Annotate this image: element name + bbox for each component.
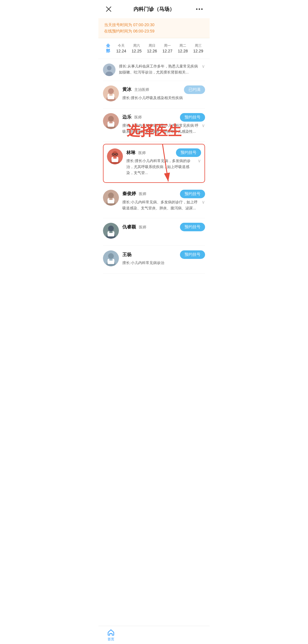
doctor-info-bian-le: 边乐 医师 预约挂号 擅长:儿童内分泌疾病以及小儿内科常见疾病 呼吸系统疾病如支… (122, 113, 205, 135)
tab-mon[interactable]: 周一 12.27 (160, 42, 175, 55)
tab-all[interactable]: 全部 (103, 42, 113, 55)
doctor-title-qin-juting: 医师 (139, 192, 146, 196)
desc-row-wang-yang: 擅长:小儿内科常见病诊治 (122, 260, 205, 266)
doctor-title-bian-le: 医师 (134, 115, 142, 119)
doctor-title-lin-lin: 医师 (138, 151, 146, 155)
tab-sat-label: 周六 (133, 43, 140, 48)
doctor-card-kou-ruiying: 仇睿颖 医师 预约挂号 (103, 218, 205, 246)
date-tabs-container: 全部 今天 12.24 周六 12.25 周日 12.26 周一 12.27 周… (98, 38, 210, 59)
specialty-bian-le: 擅长:儿童内分泌疾病以及小儿内科常见疾病 呼吸系统疾病如支气管炎、肺炎等小儿感染… (122, 123, 200, 135)
specialty-wang-yang: 擅长:小儿内科常见病诊治 (122, 260, 205, 266)
svg-point-11 (108, 88, 114, 94)
prev-doctor-specialty-row: 擅长:从事儿科临床工作多年，熟悉儿童常见疾病如咳嗽、吐泻等诊治，尤其擅长肾脏相关… (119, 64, 205, 75)
doctor-name-wang-yang: 王杨 (122, 252, 131, 257)
svg-point-16 (108, 116, 114, 122)
doctor-title-huang-bing: 主治医师 (134, 87, 149, 92)
tab-tue-date: 12.28 (178, 49, 188, 53)
expand-icon-qin-juting[interactable]: ∨ (202, 199, 205, 205)
svg-point-21 (112, 151, 118, 157)
avatar-lin-lin (107, 148, 123, 164)
svg-point-8 (107, 66, 112, 70)
desc-row-qin-juting: 擅长:小儿内科常见病、多发病的诊疗，如上呼吸道感染、支气管炎、肺炎、腹泻病、泌尿… (122, 199, 205, 211)
doctor-name-lin-lin: 林琳 (126, 150, 135, 155)
doctor-info-wang-yang: 王杨 预约挂号 擅长:小儿内科常见病诊治 (122, 250, 205, 266)
page-title: 内科门诊（马场） (133, 6, 175, 13)
book-button-qin-juting[interactable]: 预约挂号 (180, 190, 205, 198)
expand-icon-lin-lin[interactable]: ∨ (198, 158, 201, 163)
book-button-bian-le[interactable]: 预约挂号 (180, 113, 205, 122)
doctor-card-qin-juting: 秦俊婷 医师 预约挂号 擅长:小儿内科常见病、多发病的诊疗，如上呼吸道感染、支气… (103, 185, 205, 218)
notice-banner: 当天挂号时间为 07:00-20:30 在线预约时间为 06:00-23:59 (98, 18, 210, 38)
svg-rect-24 (113, 157, 117, 159)
tab-tue-label: 周二 (179, 43, 186, 48)
doctor-name-huang-bing: 黄冰 (122, 87, 131, 92)
desc-row-bian-le: 擅长:儿童内分泌疾病以及小儿内科常见疾病 呼吸系统疾病如支气管炎、肺炎等小儿感染… (122, 123, 205, 135)
expand-icon-prev[interactable]: ∨ (202, 64, 205, 69)
doctor-name-bian-le: 边乐 (122, 115, 131, 119)
app-header: 内科门诊（马场） (98, 0, 210, 18)
notice-line-1: 当天挂号时间为 07:00-20:30 (104, 22, 204, 28)
tab-tue[interactable]: 周二 12.28 (175, 42, 190, 55)
svg-point-3 (199, 9, 200, 10)
tab-mon-date: 12.27 (162, 49, 172, 53)
tab-sun-label: 周日 (149, 43, 155, 48)
doctor-card-prev: 擅长:从事儿科临床工作多年，熟悉儿童常见疾病如咳嗽、吐泻等诊治，尤其擅长肾脏相关… (103, 59, 205, 81)
svg-point-39 (108, 253, 114, 259)
svg-point-4 (201, 9, 203, 10)
tab-today[interactable]: 今天 12.24 (114, 42, 129, 55)
avatar-wang-yang (103, 250, 119, 266)
doctor-info-qin-juting: 秦俊婷 医师 预约挂号 擅长:小儿内科常见病、多发病的诊疗，如上呼吸道感染、支气… (122, 190, 205, 211)
prev-doctor-specialty: 擅长:从事儿科临床工作多年，熟悉儿童常见疾病如咳嗽、吐泻等诊治，尤其擅长肾脏相关… (119, 64, 200, 75)
svg-rect-14 (109, 94, 113, 96)
specialty-qin-juting: 擅长:小儿内科常见病、多发病的诊疗，如上呼吸道感染、支气管炎、肺炎、腹泻病、泌尿… (122, 199, 200, 211)
tab-mon-label: 周一 (164, 43, 171, 48)
tab-wed[interactable]: 周三 12.29 (191, 42, 206, 55)
doctor-card-lin-lin: 林琳 医师 预约挂号 擅长:擅长小儿内科常见病，多发病的诊治，尤其呼吸系统疾病，… (103, 144, 205, 183)
book-button-huang-bing[interactable]: 已约满 (184, 85, 205, 94)
svg-point-34 (108, 226, 114, 231)
doctor-list-container: 选择医生 (98, 59, 210, 297)
more-button[interactable] (195, 5, 204, 14)
avatar-huang-bing (103, 85, 119, 101)
svg-rect-37 (109, 231, 113, 233)
specialty-lin-lin: 擅长:擅长小儿内科常见病，多发病的诊治，尤其呼吸系统疾病，如上呼吸道感染，支气管… (126, 158, 196, 176)
desc-row-huang-bing: 擅长:擅长小儿呼吸及感染相关性疾病 (122, 95, 205, 101)
tab-today-label: 今天 (118, 43, 125, 48)
desc-row-lin-lin: 擅长:擅长小儿内科常见病，多发病的诊治，尤其呼吸系统疾病，如上呼吸道感染，支气管… (126, 158, 201, 176)
doctor-info-huang-bing: 黄冰 主治医师 已约满 擅长:擅长小儿呼吸及感染相关性疾病 (122, 85, 205, 101)
avatar-kou-ruiying (103, 223, 119, 239)
tab-sun-date: 12.26 (147, 49, 157, 53)
svg-rect-32 (109, 198, 113, 200)
notice-line-2: 在线预约时间为 06:00-23:59 (104, 28, 204, 34)
book-button-kou-ruiying[interactable]: 预约挂号 (180, 223, 205, 231)
tab-sun[interactable]: 周日 12.26 (145, 42, 159, 55)
doctor-info-kou-ruiying: 仇睿颖 医师 预约挂号 (122, 223, 205, 232)
svg-point-2 (196, 9, 198, 10)
close-button[interactable] (104, 5, 113, 14)
doctor-info-lin-lin: 林琳 医师 预约挂号 擅长:擅长小儿内科常见病，多发病的诊治，尤其呼吸系统疾病，… (126, 148, 201, 176)
doctor-name-qin-juting: 秦俊婷 (122, 191, 136, 196)
doctor-card-wang-yang: 王杨 预约挂号 擅长:小儿内科常见病诊治 (103, 246, 205, 273)
book-button-wang-yang[interactable]: 预约挂号 (180, 250, 205, 259)
doctor-list: 擅长:从事儿科临床工作多年，熟悉儿童常见疾病如咳嗽、吐泻等诊治，尤其擅长肾脏相关… (98, 59, 210, 297)
avatar-bian-le (103, 113, 119, 129)
svg-point-29 (108, 193, 114, 198)
doctor-title-kou-ruiying: 医师 (139, 225, 146, 229)
doctor-card-bian-le: 边乐 医师 预约挂号 擅长:儿童内分泌疾病以及小儿内科常见疾病 呼吸系统疾病如支… (103, 109, 205, 142)
doctor-card-huang-bing: 黄冰 主治医师 已约满 擅长:擅长小儿呼吸及感染相关性疾病 (103, 81, 205, 109)
specialty-huang-bing: 擅长:擅长小儿呼吸及感染相关性疾病 (122, 95, 205, 101)
book-button-lin-lin[interactable]: 预约挂号 (176, 148, 201, 157)
doctor-name-kou-ruiying: 仇睿颖 (122, 224, 136, 229)
expand-icon-bian-le[interactable]: ∨ (202, 123, 205, 128)
svg-rect-42 (109, 259, 113, 261)
tab-wed-label: 周三 (195, 43, 202, 48)
avatar-qin-juting (103, 190, 119, 206)
svg-rect-19 (109, 122, 113, 123)
tab-today-date: 12.24 (116, 49, 126, 53)
tab-sat-date: 12.25 (131, 49, 141, 53)
tab-wed-date: 12.29 (193, 49, 203, 53)
tab-sat[interactable]: 周六 12.25 (129, 42, 144, 55)
